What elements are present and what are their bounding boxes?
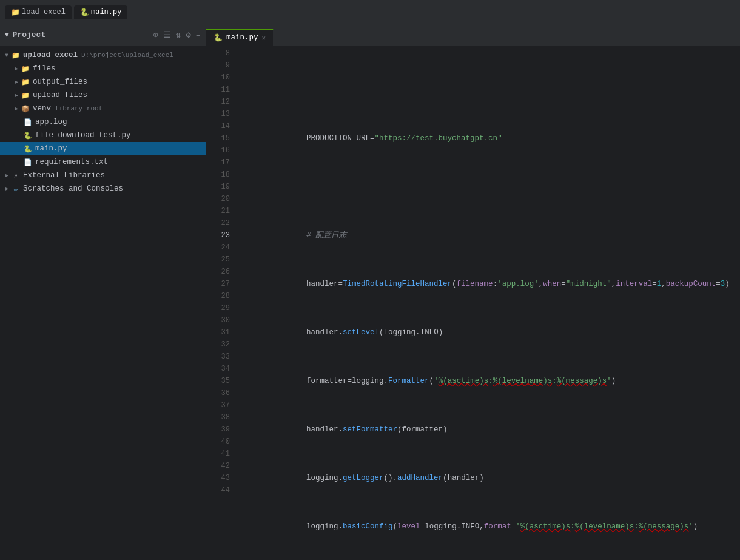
code-editor: 🐍 main.py ✕ 8 9 10 11 12 13 14 15 16 17 … xyxy=(206,24,740,560)
expand-arrow: ▶ xyxy=(2,172,11,179)
line-numbers: 8 9 10 11 12 13 14 15 16 17 18 19 20 21 … xyxy=(206,46,235,560)
tree-item-venv[interactable]: ▶ 📦 venv library root xyxy=(0,102,206,115)
tree-item-file-download-test[interactable]: 🐍 file_download_test.py xyxy=(0,129,206,142)
titlebar-tab-label-active: main.py xyxy=(91,8,121,16)
sidebar-tree: ▼ 📁 upload_excel D:\project\upload_excel… xyxy=(0,46,206,560)
code-line-8 xyxy=(243,84,740,96)
expand-arrow: ▶ xyxy=(12,92,21,99)
folder-icon: 📁 xyxy=(11,50,21,60)
settings-icon[interactable]: ⚙ xyxy=(186,30,190,40)
titlebar-tab-main-py[interactable]: 🐍 main.py xyxy=(74,5,127,19)
sidebar-header-icons: ⊕ ☰ ⇅ ⚙ – xyxy=(153,30,201,40)
main-layout: ▼ Project ⊕ ☰ ⇅ ⚙ – ▼ 📁 upload_excel D:\… xyxy=(0,24,740,560)
collapse-icon[interactable]: – xyxy=(196,30,201,40)
code-line-9: PRODUCTION_URL = "https://test.buychatgp… xyxy=(243,132,740,144)
tree-item-label: Scratches and Consoles xyxy=(23,184,123,193)
tree-item-sublabel: D:\project\upload_excel xyxy=(81,52,173,59)
code-line-17: logging.basicConfig(level=logging.INFO, … xyxy=(243,521,740,533)
tree-item-app-log[interactable]: 📄 app.log xyxy=(0,115,206,129)
titlebar-tab-label: load_excel xyxy=(22,8,66,16)
tree-item-label: requirements.txt xyxy=(35,158,108,166)
code-line-11: # 配置日志 xyxy=(243,229,740,241)
sort-icon[interactable]: ⇅ xyxy=(176,30,181,40)
file-icon: 📄 xyxy=(23,117,33,127)
code-line-13: handler.setLevel(logging.INFO) xyxy=(243,326,740,339)
sidebar: ▼ Project ⊕ ☰ ⇅ ⚙ – ▼ 📁 upload_excel D:\… xyxy=(0,24,206,560)
tree-item-upload-excel[interactable]: ▼ 📁 upload_excel D:\project\upload_excel xyxy=(0,49,206,62)
folder-icon: 📁 xyxy=(21,90,30,100)
folder-icon: 📁 xyxy=(21,64,30,73)
add-icon[interactable]: ⊕ xyxy=(153,30,158,40)
expand-arrow: ▶ xyxy=(12,105,21,112)
tree-item-label: upload_files xyxy=(33,91,87,100)
code-container[interactable]: 8 9 10 11 12 13 14 15 16 17 18 19 20 21 … xyxy=(206,46,740,560)
tree-item-label: output_files xyxy=(33,78,87,86)
txt-icon: 📄 xyxy=(23,157,33,167)
expand-arrow: ▼ xyxy=(2,52,11,59)
scratches-icon: ✏️ xyxy=(11,184,21,194)
python-icon: 🐍 xyxy=(80,8,89,16)
project-label: ▼ Project xyxy=(5,30,45,39)
chevron-down-icon: ▼ xyxy=(5,32,9,39)
code-line-15: handler.setFormatter(formatter) xyxy=(243,423,740,436)
code-line-12: handler = TimedRotatingFileHandler( file… xyxy=(243,278,740,290)
editor-tab-label: main.py xyxy=(226,33,258,42)
code-line-10 xyxy=(243,181,740,193)
tree-item-files[interactable]: ▶ 📁 files xyxy=(0,62,206,75)
tree-item-label: main.py xyxy=(35,144,67,153)
folder-icon: 📁 xyxy=(21,77,30,87)
editor-tabs: 🐍 main.py ✕ xyxy=(206,24,740,46)
tree-item-label: file_download_test.py xyxy=(35,131,131,140)
python-file-icon: 🐍 xyxy=(23,130,33,140)
tree-item-scratches-consoles[interactable]: ▶ ✏️ Scratches and Consoles xyxy=(0,182,206,195)
lib-icon: ⚡ xyxy=(11,170,21,180)
sidebar-project-title: Project xyxy=(13,30,46,39)
tree-item-upload-files[interactable]: ▶ 📁 upload_files xyxy=(0,89,206,102)
tree-item-main-py[interactable]: 🐍 main.py xyxy=(0,142,206,155)
titlebar-tab-load_excel[interactable]: 📁 load_excel xyxy=(5,5,72,19)
tree-item-external-libraries[interactable]: ▶ ⚡ External Libraries xyxy=(0,169,206,182)
code-content[interactable]: PRODUCTION_URL = "https://test.buychatgp… xyxy=(235,46,740,560)
expand-arrow: ▶ xyxy=(12,78,21,86)
tree-item-sublabel: library root xyxy=(55,105,103,112)
tree-item-label: venv xyxy=(33,104,51,113)
code-line-16: logging.getLogger().addHandler(handler) xyxy=(243,472,740,484)
code-line-14: formatter = logging.Formatter('%(asctime… xyxy=(243,375,740,387)
python-main-icon: 🐍 xyxy=(23,144,33,153)
tree-item-requirements[interactable]: 📄 requirements.txt xyxy=(0,155,206,169)
tree-item-label: app.log xyxy=(35,118,67,126)
tree-item-label: External Libraries xyxy=(23,171,105,180)
tree-item-label: files xyxy=(33,64,56,73)
expand-arrow: ▶ xyxy=(12,65,21,72)
tab-close-button[interactable]: ✕ xyxy=(262,34,266,42)
python-tab-icon: 🐍 xyxy=(214,33,223,42)
venv-icon: 📦 xyxy=(21,104,30,113)
list-icon[interactable]: ☰ xyxy=(163,30,171,40)
expand-arrow: ▶ xyxy=(2,185,11,192)
folder-icon: 📁 xyxy=(11,8,19,16)
tree-item-output-files[interactable]: ▶ 📁 output_files xyxy=(0,75,206,89)
titlebar: 📁 load_excel 🐍 main.py xyxy=(0,0,740,24)
sidebar-header: ▼ Project ⊕ ☰ ⇅ ⚙ – xyxy=(0,24,206,46)
tree-item-label: upload_excel xyxy=(23,51,78,59)
editor-tab-main-py[interactable]: 🐍 main.py ✕ xyxy=(206,29,274,46)
